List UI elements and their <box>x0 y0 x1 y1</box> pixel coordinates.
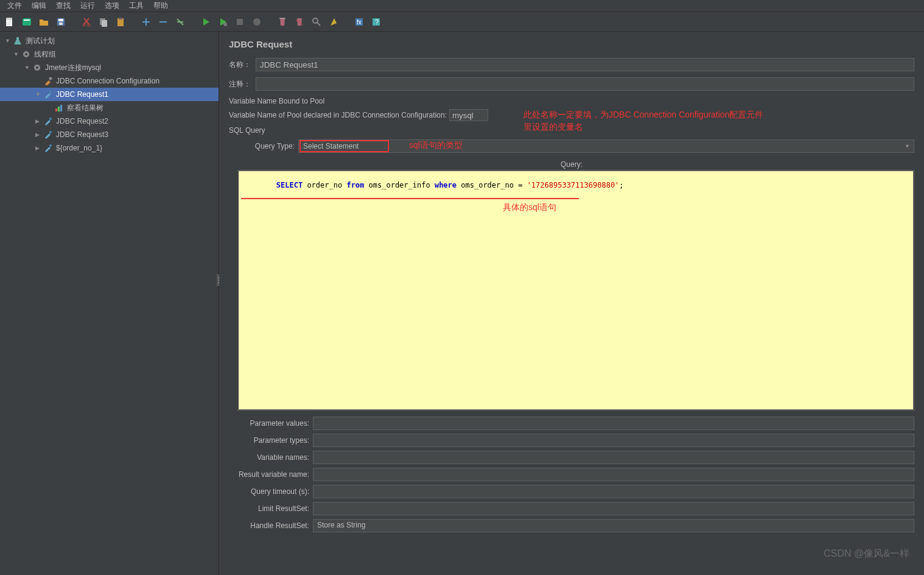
clear-icon[interactable] <box>275 15 290 29</box>
svg-point-31 <box>49 131 52 133</box>
open-icon[interactable] <box>37 15 51 29</box>
tree-label: ${order_no_1} <box>56 144 102 152</box>
stop-icon[interactable] <box>233 15 247 29</box>
svg-point-30 <box>49 118 52 120</box>
menu-search[interactable]: 查找 <box>51 0 75 12</box>
query-type-select[interactable]: Select Statement ▼ <box>298 139 914 153</box>
menu-edit[interactable]: 编辑 <box>27 0 51 12</box>
reset-search-icon[interactable] <box>326 15 341 29</box>
toolbar: fx ? <box>0 12 924 32</box>
tree-jdbc-request1[interactable]: ▼ JDBC Request1 <box>0 88 219 101</box>
comment-input[interactable] <box>256 77 914 91</box>
gear-icon <box>32 63 43 72</box>
svg-point-32 <box>49 144 52 147</box>
svg-rect-1 <box>6 18 12 19</box>
param-values-label: Parameter values: <box>229 419 309 428</box>
sql-end: ; <box>619 181 623 189</box>
svg-text:fx: fx <box>357 19 362 26</box>
var-pool-input[interactable] <box>449 109 488 121</box>
tree-jdbc-connection[interactable]: JDBC Connection Configuration <box>0 74 219 88</box>
tree-jdbc-request3[interactable]: ▶ JDBC Request3 <box>0 128 219 141</box>
name-label: 名称： <box>229 60 251 70</box>
sql-editor[interactable]: SELECT order_no from oms_order_info wher… <box>237 170 914 411</box>
limit-rs-input[interactable] <box>313 502 914 515</box>
search-icon[interactable] <box>309 15 324 29</box>
expand-icon[interactable] <box>139 15 153 29</box>
sql-keyword-where: where <box>435 181 457 189</box>
sql-gutter <box>230 171 239 409</box>
svg-rect-10 <box>102 20 107 27</box>
svg-rect-6 <box>59 23 63 25</box>
menu-help[interactable]: 帮助 <box>149 0 173 12</box>
svg-point-22 <box>25 53 27 55</box>
menu-file[interactable]: 文件 <box>2 0 27 12</box>
tree-panel: ▼ 测试计划 ▼ 线程组 ▼ Jmeter连接mysql JDBC Connec… <box>0 32 219 575</box>
handle-rs-value: Store as String <box>317 521 365 529</box>
pipette-icon <box>43 143 54 153</box>
svg-rect-29 <box>60 105 62 111</box>
save-icon[interactable] <box>54 15 68 29</box>
paste-icon[interactable] <box>113 15 128 29</box>
svg-point-25 <box>49 77 52 80</box>
pipette-icon <box>43 116 54 126</box>
pipette-icon <box>43 130 54 139</box>
tree-jdbc-request2[interactable]: ▶ JDBC Request2 <box>0 115 219 128</box>
name-input[interactable] <box>256 58 914 71</box>
query-type-label: Query Type: <box>229 142 295 150</box>
main-split: ▼ 测试计划 ▼ 线程组 ▼ Jmeter连接mysql JDBC Connec… <box>0 32 924 575</box>
tree-test-plan[interactable]: ▼ 测试计划 <box>0 34 219 48</box>
tree-view-results[interactable]: 察看结果树 <box>0 101 219 115</box>
templates-icon[interactable] <box>19 15 34 29</box>
svg-rect-3 <box>24 19 30 21</box>
tree-label: 线程组 <box>34 49 56 60</box>
tree-thread-group[interactable]: ▼ 线程组 <box>0 48 219 61</box>
tree-order-var[interactable]: ▶ ${order_no_1} <box>0 141 219 155</box>
menu-options[interactable]: 选项 <box>100 0 124 12</box>
comment-label: 注释： <box>229 79 251 90</box>
svg-point-26 <box>49 91 52 93</box>
clear-all-icon[interactable] <box>292 15 307 29</box>
handle-rs-label: Handle ResultSet: <box>229 521 309 530</box>
query-timeout-label: Query timeout (s): <box>229 487 309 496</box>
chart-icon <box>54 103 65 113</box>
limit-rs-label: Limit ResultSet: <box>229 504 309 513</box>
sql-keyword-from: from <box>346 181 364 189</box>
menubar: 文件 编辑 查找 运行 选项 工具 帮助 <box>0 0 924 12</box>
function-helper-icon[interactable]: fx <box>352 15 366 29</box>
query-header: Query: <box>229 160 914 169</box>
var-pool-section: Variable Name Bound to Pool <box>229 97 914 105</box>
copy-icon[interactable] <box>96 15 111 29</box>
sql-cond: oms_order_no = <box>457 181 527 189</box>
toggle-icon[interactable] <box>173 15 187 29</box>
tree-jmeter-mysql[interactable]: ▼ Jmeter连接mysql <box>0 61 219 74</box>
svg-rect-28 <box>58 107 60 111</box>
start-no-pause-icon[interactable] <box>215 15 230 29</box>
param-values-input[interactable] <box>313 417 914 430</box>
svg-point-24 <box>36 66 38 69</box>
query-timeout-input[interactable] <box>313 485 914 498</box>
svg-rect-2 <box>23 18 31 26</box>
start-icon[interactable] <box>198 15 213 29</box>
result-var-input[interactable] <box>313 468 914 481</box>
param-types-label: Parameter types: <box>229 436 309 445</box>
collapse-icon[interactable] <box>156 15 170 29</box>
param-types-input[interactable] <box>313 434 914 447</box>
help-icon[interactable]: ? <box>369 15 383 29</box>
svg-text:?: ? <box>375 18 379 26</box>
panel-title: JDBC Request <box>229 39 914 49</box>
var-names-input[interactable] <box>313 451 914 464</box>
annotation-pool-hint1: 此处名称一定要填，为JDBC Connection Configuration配… <box>523 110 763 121</box>
menu-tools[interactable]: 工具 <box>124 0 149 12</box>
sql-value: '1726895337113690880' <box>527 181 620 189</box>
new-file-icon[interactable] <box>2 15 17 29</box>
svg-rect-5 <box>58 19 63 21</box>
tree-label: JDBC Request3 <box>56 130 108 139</box>
var-pool-label: Variable Name of Pool declared in JDBC C… <box>229 111 447 119</box>
content-panel: JDBC Request 名称： 注释： Variable Name Bound… <box>219 32 924 575</box>
shutdown-icon[interactable] <box>250 15 264 29</box>
handle-rs-select[interactable]: Store as String <box>313 519 914 532</box>
menu-run[interactable]: 运行 <box>75 0 100 12</box>
svg-rect-27 <box>55 108 57 111</box>
annotation-sql-hint: 具体的sql语句 <box>503 202 556 213</box>
cut-icon[interactable] <box>79 15 94 29</box>
